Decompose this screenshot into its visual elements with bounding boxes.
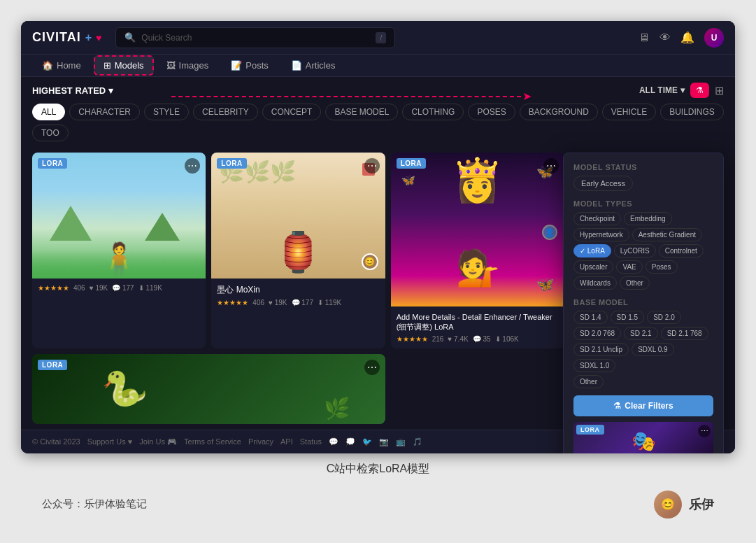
right-column: Model status Early Access Model types Ch…	[570, 153, 724, 424]
chip-vehicle[interactable]: VEHICLE	[602, 104, 656, 120]
card-3-badge: LORA	[397, 158, 426, 169]
model-types-row-3: LoRA LyCORIS Controlnet	[573, 244, 713, 258]
sort-button[interactable]: HIGHEST RATED ▾	[32, 85, 113, 96]
chip-poses[interactable]: POSES	[468, 104, 515, 120]
posts-icon: 📝	[231, 60, 242, 71]
sd14-btn[interactable]: SD 1.4	[573, 311, 608, 324]
chip-base-model[interactable]: BASE MODEL	[325, 104, 398, 120]
early-access-btn[interactable]: Early Access	[573, 176, 633, 191]
other-type-btn[interactable]: Other	[620, 276, 650, 290]
base-model-label: Base model	[573, 298, 713, 306]
card-2[interactable]: 🏮 🌿🌿🌿 LORA ⋯ 😊 墨心 MoXin	[211, 153, 385, 348]
gallery-icon[interactable]: 👁	[659, 31, 671, 44]
support-link[interactable]: Support Us ♥	[87, 437, 133, 446]
clear-filters-button[interactable]: ⚗ Clear Filters	[573, 395, 713, 416]
articles-icon: 📄	[291, 60, 302, 71]
card-3-menu[interactable]: ⋯	[543, 158, 559, 174]
3d-card-menu[interactable]: ⋯	[698, 425, 711, 437]
model-types-row-4: Upscaler VAE Poses	[573, 260, 713, 274]
sdxl10-btn[interactable]: SDXL 1.0	[573, 359, 615, 372]
upscaler-btn[interactable]: Upscaler	[573, 260, 613, 274]
nav-posts[interactable]: 📝 Posts	[221, 55, 278, 76]
instagram-icon[interactable]: 📷	[379, 437, 389, 446]
join-link[interactable]: Join Us 🎮	[139, 437, 177, 446]
nav-images[interactable]: 🖼 Images	[157, 55, 219, 76]
nav-models-label: Models	[115, 60, 144, 71]
nav-articles[interactable]: 📄 Articles	[281, 55, 345, 76]
card-1-menu[interactable]: ⋯	[185, 158, 200, 174]
card-3-stats: ★★★★★ 216 ♥ 7.4K 💬 35 ⬇ 106K	[397, 335, 559, 343]
layout-icon: ⊞	[715, 85, 724, 97]
youtube-icon[interactable]: 📺	[396, 437, 406, 446]
card-1-rating: 406	[73, 284, 85, 292]
other-bm-btn[interactable]: Other	[573, 375, 604, 388]
twitter-icon[interactable]: 🐦	[362, 437, 372, 446]
card-3-title: Add More Details - Detail Enhancer / Twe…	[397, 312, 559, 332]
nav-models[interactable]: ⊞ Models	[94, 55, 154, 76]
card-1[interactable]: 🧍 LORA ⋯ ★★★★★ 406 ♥ 19K 💬 177 ⬇ 1	[32, 153, 206, 348]
chip-style[interactable]: STYLE	[144, 104, 189, 120]
time-filter-button[interactable]: ALL TIME ▾	[639, 85, 685, 95]
layout-button[interactable]: ⊞	[715, 84, 724, 97]
sd21-unclip-btn[interactable]: SD 2.1 Unclip	[573, 343, 629, 356]
chip-concept[interactable]: CONCEPT	[262, 104, 322, 120]
bell-icon[interactable]: 🔔	[680, 31, 694, 44]
chip-buildings[interactable]: BUILDINGS	[660, 104, 724, 120]
poses-type-btn[interactable]: Poses	[646, 260, 678, 274]
model-types-row-2: Hypernetwork Aesthetic Gradient	[573, 228, 713, 241]
browser-frame: CIVITAI + ♥ 🔍 Quick Search / 🖥 👁 🔔 U	[21, 21, 735, 453]
checkpoint-btn[interactable]: Checkpoint	[573, 212, 621, 225]
card-3[interactable]: 👸 🦋 🦋 💁 🦋 LORA ⋯ 👤	[391, 153, 564, 348]
sd20-768-btn[interactable]: SD 2.0 768	[573, 327, 621, 340]
api-link[interactable]: API	[280, 437, 293, 446]
chip-all[interactable]: ALL	[32, 104, 65, 120]
sd20-btn[interactable]: SD 2.0	[647, 311, 681, 324]
card-1-image: 🧍 LORA ⋯	[32, 153, 206, 278]
3d-render-card[interactable]: 🎭 LORA ⋯ 3D rendering style ★★★★★ 193 ♥ …	[573, 422, 713, 453]
monitor-icon[interactable]: 🖥	[639, 31, 650, 44]
user-avatar: 😊	[654, 491, 682, 519]
user-name: 乐伊	[689, 496, 714, 513]
card-4[interactable]: 🐍 🌿 LORA ⋯	[32, 354, 385, 424]
app: CIVITAI + ♥ 🔍 Quick Search / 🖥 👁 🔔 U	[21, 21, 735, 453]
chip-too[interactable]: TOO	[32, 125, 69, 141]
embedding-btn[interactable]: Embedding	[624, 212, 672, 225]
sd15-btn[interactable]: SD 1.5	[611, 311, 645, 324]
wildcards-btn[interactable]: Wildcards	[573, 276, 617, 290]
base-model-row-4: Other	[573, 375, 713, 388]
controlnet-btn[interactable]: Controlnet	[659, 244, 704, 258]
vae-btn[interactable]: VAE	[616, 260, 642, 274]
discord-icon[interactable]: 💬	[329, 437, 338, 446]
sdxl09-btn[interactable]: SDXL 0.9	[632, 343, 673, 356]
base-model-row-3: SD 2.1 Unclip SDXL 0.9 SDXL 1.0	[573, 343, 713, 372]
sd21-btn[interactable]: SD 2.1	[624, 327, 658, 340]
sd21-768-btn[interactable]: SD 2.1 768	[661, 327, 708, 340]
terms-link[interactable]: Terms of Service	[184, 437, 241, 446]
card-2-menu[interactable]: ⋯	[364, 158, 380, 174]
base-model-row-2: SD 2.0 768 SD 2.1 SD 2.1 768	[573, 327, 713, 340]
hypernetwork-btn[interactable]: Hypernetwork	[573, 228, 629, 241]
card-1-stats: ★★★★★ 406 ♥ 19K 💬 177 ⬇ 119K	[38, 284, 200, 292]
header-icons: 🖥 👁 🔔 U	[639, 28, 724, 48]
status-link[interactable]: Status	[300, 437, 322, 446]
card-2-title: 墨心 MoXin	[217, 284, 379, 296]
card-2-stars: ★★★★★	[217, 299, 248, 306]
chip-celebrity[interactable]: CELEBRITY	[193, 104, 258, 120]
chip-clothing[interactable]: CLOTHING	[402, 104, 464, 120]
nav-home[interactable]: 🏠 Home	[32, 55, 91, 76]
reddit-icon[interactable]: 💭	[345, 437, 355, 446]
lora-btn[interactable]: LoRA	[573, 244, 611, 258]
chip-character[interactable]: CHARACTER	[69, 104, 140, 120]
card-2-rating: 406	[252, 299, 264, 306]
filter-button[interactable]: ⚗	[690, 83, 709, 98]
card-4-menu[interactable]: ⋯	[364, 360, 380, 375]
privacy-link[interactable]: Privacy	[248, 437, 273, 446]
aesthetic-gradient-btn[interactable]: Aesthetic Gradient	[632, 228, 702, 241]
chip-background[interactable]: BACKGROUND	[520, 104, 598, 120]
lycoris-btn[interactable]: LyCORIS	[614, 244, 656, 258]
time-arrow-icon: ▾	[680, 85, 685, 95]
avatar[interactable]: U	[704, 28, 724, 48]
tiktok-icon[interactable]: 🎵	[413, 437, 422, 446]
search-bar[interactable]: 🔍 Quick Search /	[115, 27, 395, 48]
sort-label: HIGHEST RATED	[32, 85, 106, 96]
